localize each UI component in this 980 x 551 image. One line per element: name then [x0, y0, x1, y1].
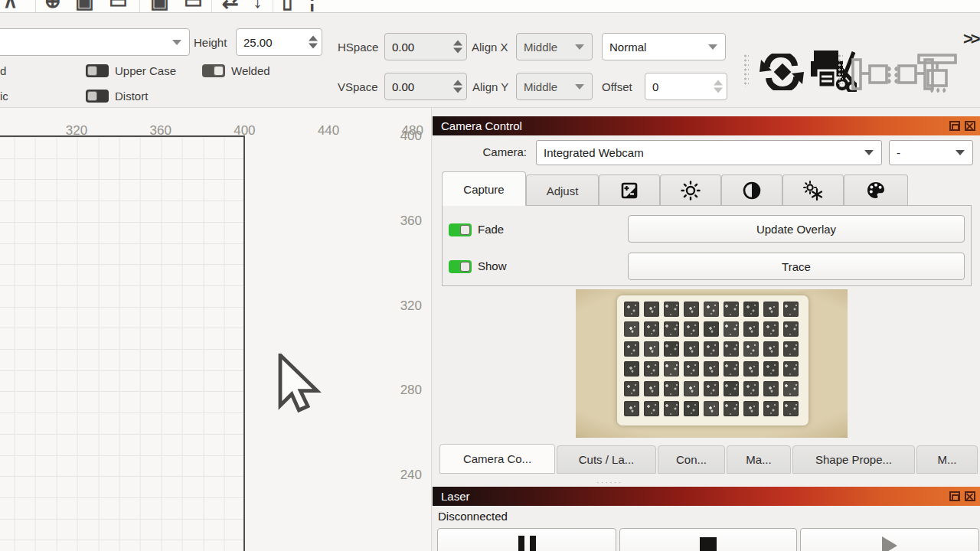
- italic-label-cut: ic: [0, 90, 8, 103]
- tab-brightness[interactable]: [660, 174, 721, 206]
- toolbar-overflow-chevron[interactable]: >>: [963, 29, 978, 49]
- chevron-down-icon: [708, 44, 717, 50]
- info-icon[interactable]: ¦: [309, 0, 315, 13]
- node-edit-icon[interactable]: ∧: [3, 0, 18, 13]
- calibration-marker: [724, 361, 739, 377]
- calibration-marker: [783, 341, 799, 357]
- tab-adjust[interactable]: Adjust: [526, 174, 599, 206]
- update-overlay-button[interactable]: Update Overlay: [628, 215, 965, 243]
- spinner-arrows-icon[interactable]: [453, 80, 462, 93]
- camera-select-value: Integrated Webcam: [544, 146, 864, 159]
- laser-head-icon[interactable]: [916, 54, 959, 96]
- toggle-knob: [214, 66, 224, 76]
- chevron-down-icon: [956, 150, 965, 155]
- toolbar-separator: [139, 0, 140, 12]
- align-x-select[interactable]: Middle: [516, 33, 593, 60]
- toolbar-drag-handle[interactable]: [838, 54, 843, 87]
- ungroup-icon[interactable]: ▭: [184, 0, 203, 13]
- vspace-spinner[interactable]: 0.00: [384, 73, 467, 100]
- spinner-arrows-icon[interactable]: [309, 36, 318, 49]
- dock-tab-label: Shape Prope...: [815, 453, 892, 466]
- white-balance-icon: [803, 181, 823, 201]
- spinner-arrows-icon[interactable]: [453, 41, 462, 54]
- refresh-devices-icon[interactable]: [758, 54, 805, 90]
- fade-label: Fade: [478, 223, 504, 236]
- dock-tab-move[interactable]: Ma...: [727, 445, 791, 474]
- offset-spinner[interactable]: 0: [645, 73, 727, 100]
- calibration-marker: [644, 401, 659, 416]
- panel-splitter-handle[interactable]: ······: [588, 478, 631, 487]
- text-style-select[interactable]: Normal: [602, 33, 726, 60]
- float-panel-icon[interactable]: [949, 491, 960, 501]
- calibration-marker: [763, 401, 779, 416]
- screen-copy-icon[interactable]: ▣: [75, 0, 94, 13]
- dock-tab-camera-control[interactable]: Camera Co...: [439, 444, 555, 474]
- distort-toggle[interactable]: [86, 90, 109, 103]
- camera-select[interactable]: Integrated Webcam: [536, 140, 882, 165]
- calibration-marker: [624, 361, 639, 377]
- mouse-cursor: [276, 354, 323, 421]
- camera-select-label: Camera:: [459, 145, 527, 158]
- height-spinner[interactable]: 25.00: [236, 28, 322, 56]
- toolbar-drag-handle[interactable]: [743, 54, 749, 87]
- calibration-card: [617, 295, 808, 425]
- print-cut-icon[interactable]: [809, 49, 857, 92]
- tab-adjust-label: Adjust: [547, 184, 579, 197]
- calibration-marker: [624, 302, 639, 317]
- contrast-icon: [742, 181, 762, 201]
- upper-case-toggle[interactable]: [86, 64, 109, 77]
- dock-tab-cuts-layers[interactable]: Cuts / La...: [557, 445, 656, 474]
- camera-panel-title: Camera Control: [433, 119, 522, 132]
- pause-button[interactable]: [437, 528, 616, 551]
- trace-button[interactable]: Trace: [628, 253, 965, 280]
- calibration-marker-grid: [624, 302, 799, 416]
- dock-tab-shape-properties[interactable]: Shape Prope...: [792, 445, 915, 474]
- tab-exposure[interactable]: [599, 174, 660, 206]
- align-y-select[interactable]: Middle: [516, 73, 593, 100]
- close-panel-icon[interactable]: [965, 121, 975, 131]
- vspace-label: VSpace: [338, 80, 378, 93]
- upper-case-label: Upper Case: [115, 64, 176, 77]
- shape-icon[interactable]: ▯: [282, 0, 292, 13]
- play-icon: [882, 536, 897, 551]
- calibration-marker: [783, 321, 799, 337]
- tab-contrast[interactable]: [721, 174, 782, 206]
- welded-toggle[interactable]: [202, 64, 225, 77]
- calibration-marker: [724, 401, 739, 416]
- close-panel-icon[interactable]: [965, 491, 975, 501]
- palette-icon: [866, 181, 886, 201]
- screen-paste-icon[interactable]: ▭: [109, 0, 128, 13]
- fade-toggle[interactable]: [449, 223, 472, 236]
- v-ruler-label: 320: [384, 298, 422, 314]
- tab-white-balance[interactable]: [782, 174, 844, 206]
- float-panel-icon[interactable]: [949, 121, 960, 131]
- stop-icon: [700, 537, 717, 551]
- offset-shapes-icon[interactable]: ⊕: [44, 0, 61, 13]
- swap-icon[interactable]: ⇄: [222, 0, 239, 13]
- dock-tab-console[interactable]: Con...: [658, 445, 725, 474]
- calibration-marker: [644, 361, 659, 377]
- stop-button[interactable]: [619, 528, 797, 551]
- dock-tab-more[interactable]: M...: [916, 445, 978, 474]
- show-toggle[interactable]: [449, 260, 472, 273]
- import-icon[interactable]: ↓: [253, 0, 263, 13]
- h-ruler-label: 440: [309, 123, 348, 139]
- tab-color-palette[interactable]: [844, 174, 908, 206]
- camera-panel-header[interactable]: Camera Control: [433, 116, 980, 135]
- dock-splitter[interactable]: [431, 108, 432, 551]
- workspace-canvas[interactable]: 320360400440480 400360320280240: [0, 108, 431, 551]
- camera-lens-select[interactable]: -: [889, 140, 973, 165]
- calibration-marker: [743, 341, 759, 357]
- calibration-marker: [704, 341, 719, 357]
- hspace-spinner[interactable]: 0.00: [384, 33, 467, 60]
- h-ruler-label: 360: [142, 123, 180, 139]
- v-ruler-label: 360: [384, 214, 422, 229]
- font-select[interactable]: [0, 28, 190, 56]
- work-area-grid[interactable]: [0, 135, 245, 551]
- start-button[interactable]: [800, 528, 979, 551]
- laser-panel-header[interactable]: Laser: [433, 487, 980, 506]
- tab-capture[interactable]: Capture: [442, 171, 526, 206]
- spinner-arrows-icon[interactable]: [714, 80, 723, 93]
- group-icon[interactable]: ▣: [150, 0, 169, 13]
- v-ruler-label: 280: [384, 383, 422, 398]
